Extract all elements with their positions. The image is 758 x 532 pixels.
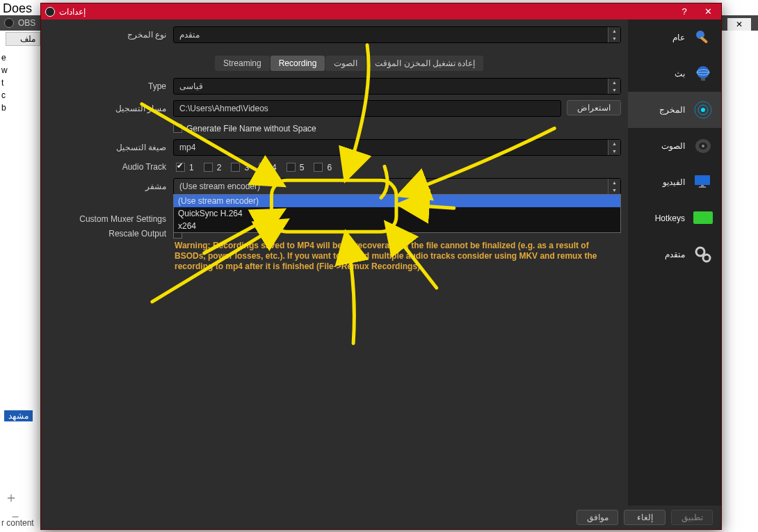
bg-file-menu[interactable]: ملف — [6, 32, 40, 46]
svg-point-17 — [703, 255, 710, 261]
nospace-checkbox[interactable] — [173, 124, 182, 133]
sidebar-item-video[interactable]: الفيديو — [628, 164, 721, 200]
sidebar-item-label: المخرج — [659, 105, 685, 115]
encoder-option-stream[interactable]: (Use stream encoder) — [174, 195, 620, 207]
sidebar-item-general[interactable]: عام — [628, 19, 721, 56]
spinner-icon — [608, 140, 620, 155]
svg-rect-1 — [700, 36, 708, 44]
recording-format-select[interactable]: mp4 — [173, 139, 621, 156]
track-2-checkbox[interactable] — [204, 163, 213, 172]
scene-panel: مشهد ＋ － — [4, 410, 36, 526]
scene-label: مشهد — [4, 410, 33, 421]
svg-rect-15 — [693, 211, 713, 224]
sidebar-item-label: الفيديو — [663, 177, 685, 187]
wrench-icon — [692, 26, 714, 49]
svg-point-16 — [696, 248, 704, 256]
speaker-icon — [692, 135, 714, 157]
output-tabs: Streaming Recording الصوت إعادة تشغيل ال… — [215, 56, 621, 71]
dialog-title: إعدادات — [59, 7, 86, 17]
tab-recording[interactable]: Recording — [271, 56, 325, 71]
encoder-dropdown: (Use stream encoder) QuickSync H.264 x26… — [173, 194, 621, 233]
settings-dialog: إعدادات ? ✕ عام بث المخرج الصوت — [40, 3, 722, 530]
browse-button[interactable]: استعراض — [567, 100, 621, 115]
scene-add-button[interactable]: ＋ — [4, 490, 18, 505]
track-4-checkbox[interactable] — [259, 163, 268, 172]
svg-rect-12 — [695, 175, 710, 185]
track-6-checkbox[interactable] — [314, 163, 323, 172]
mp4-warning-text: Warning: Recordings saved to MP4 will be… — [173, 239, 621, 272]
sidebar-item-label: متقدم — [665, 250, 685, 259]
recording-path-label: مسار التسجيل — [48, 104, 173, 113]
obs-logo-icon — [45, 7, 55, 17]
svg-rect-5 — [701, 78, 705, 81]
obs-logo-icon — [4, 18, 14, 28]
track-3-checkbox[interactable] — [231, 163, 240, 172]
output-mode-select[interactable]: متقدم — [173, 26, 621, 43]
sidebar-item-hotkeys[interactable]: Hotkeys — [628, 200, 721, 236]
sidebar-item-label: بث — [675, 69, 685, 79]
sidebar-item-output[interactable]: المخرج — [628, 92, 721, 128]
monitor-icon — [692, 171, 714, 193]
dialog-titlebar: إعدادات ? ✕ — [41, 3, 721, 19]
recording-format-label: صيغة التسجيل — [48, 143, 173, 152]
gears-icon — [692, 243, 714, 266]
close-button[interactable]: ✕ — [699, 6, 717, 17]
audio-track-label: Audio Track — [48, 162, 173, 172]
encoder-option-quicksync[interactable]: QuickSync H.264 — [174, 207, 620, 220]
tab-streaming[interactable]: Streaming — [215, 56, 270, 71]
dialog-footer: تطبيق إلغاء موافق — [41, 506, 721, 529]
spinner-icon — [608, 27, 620, 42]
output-mode-label: نوع المخرج — [48, 30, 173, 40]
ok-button[interactable]: موافق — [576, 510, 618, 525]
sidebar-item-audio[interactable]: الصوت — [628, 128, 721, 164]
muxer-label: Custom Muxer Settings — [48, 214, 173, 224]
encoder-option-x264[interactable]: x264 — [174, 220, 620, 232]
spinner-icon — [608, 79, 620, 94]
svg-rect-14 — [701, 185, 704, 187]
sidebar-item-stream[interactable]: بث — [628, 56, 721, 92]
tab-audio[interactable]: الصوت — [325, 56, 366, 71]
spinner-icon — [608, 179, 620, 194]
sidebar-item-label: عام — [672, 33, 685, 42]
track-1-checkbox[interactable] — [176, 163, 185, 172]
broadcast-icon — [692, 99, 714, 121]
bg-partial-text: e w t c b — [1, 51, 8, 114]
apply-button[interactable]: تطبيق — [671, 510, 713, 525]
globe-icon — [692, 63, 714, 85]
nospace-label: Generate File Name without Space — [186, 124, 316, 134]
svg-point-8 — [701, 108, 705, 112]
tab-replay-buffer[interactable]: إعادة تشغيل المخزن المؤقت — [366, 56, 483, 71]
type-label: Type — [48, 81, 173, 91]
type-select[interactable]: قياسى — [173, 78, 621, 95]
settings-sidebar: عام بث المخرج الصوت الفيديو Hotkeys — [628, 19, 721, 529]
track-5-checkbox[interactable] — [287, 163, 296, 172]
sidebar-item-advanced[interactable]: متقدم — [628, 236, 721, 273]
encoder-label: مشفر — [48, 182, 173, 191]
sidebar-item-label: Hotkeys — [655, 213, 685, 223]
svg-point-11 — [702, 145, 704, 147]
output-panel: نوع المخرج متقدم Streaming Recording الص… — [41, 19, 628, 529]
sidebar-item-label: الصوت — [661, 141, 685, 151]
keyboard-icon — [692, 207, 714, 229]
cancel-button[interactable]: إلغاء — [624, 510, 666, 525]
help-button[interactable]: ? — [675, 6, 693, 17]
bg-close-button[interactable]: ✕ — [727, 18, 751, 31]
encoder-select[interactable]: (Use stream encoder) — [173, 178, 621, 195]
recording-path-input[interactable]: C:\Users\Ahmed\Videos — [173, 100, 561, 117]
bg-obs-title: OBS — [18, 18, 35, 28]
bg-bottom-text: r content — [1, 518, 34, 528]
